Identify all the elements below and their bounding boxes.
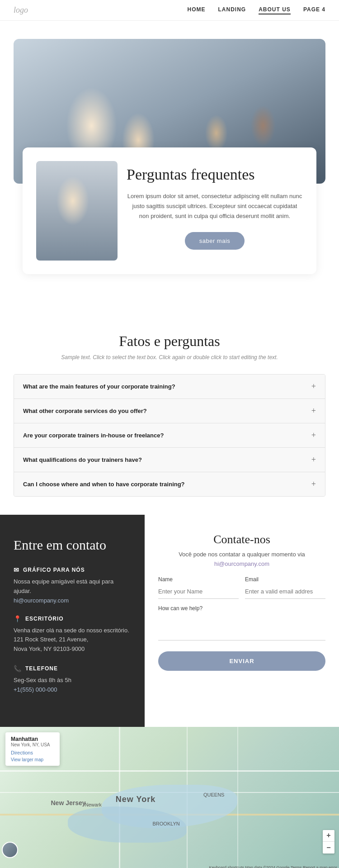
map-infobox-subtitle: New York, NY, USA	[11, 742, 54, 747]
contact-graphic-email[interactable]: hi@ourcompany.com	[14, 597, 69, 604]
contact-section: Entre em contato ✉ GRÁFICO PARA NÓS Noss…	[0, 515, 339, 727]
contact-phone-hours: Seg-Sex das 8h às 5h	[14, 676, 131, 685]
map-road	[237, 727, 238, 868]
location-icon: 📍	[14, 615, 22, 622]
faq-question-2: What other corporate services do you off…	[23, 408, 147, 414]
contact-name-email-row: Name Email	[158, 576, 325, 599]
contact-office-text: Venha dizer olá na sede do nosso escritó…	[14, 626, 131, 654]
logo[interactable]: logo	[14, 5, 28, 15]
map-directions-button[interactable]: Directions	[11, 750, 54, 755]
contact-email-group: Email	[245, 576, 325, 599]
map-label-newark: Newark	[85, 802, 102, 807]
faq-question-1: What are the main features of your corpo…	[23, 383, 175, 390]
contact-help-input[interactable]	[158, 613, 325, 640]
map-label-queens: QUEENS	[203, 792, 224, 797]
contact-graphic-label: ✉ GRÁFICO PARA NÓS	[14, 566, 131, 574]
map-zoom-in-button[interactable]: +	[323, 830, 334, 842]
contact-help-label: How can we help?	[158, 605, 325, 612]
faq-item-4[interactable]: What qualifications do your trainers hav…	[14, 448, 325, 472]
contact-right-subtitle: Você pode nos contatar a qualquer moment…	[158, 551, 325, 558]
phone-icon: 📞	[14, 665, 22, 672]
map-zoom-out-button[interactable]: −	[323, 842, 334, 854]
nav-landing[interactable]: LANDING	[218, 6, 246, 14]
hero-small-photo	[36, 161, 118, 261]
faq-expand-icon-2: +	[311, 406, 316, 416]
faq-item-5[interactable]: Can I choose where and when to have corp…	[14, 472, 325, 496]
contact-left-title: Entre em contato	[14, 537, 131, 553]
faq-question-3: Are your corporate trainers in-house or …	[23, 432, 164, 439]
contact-help-group: How can we help?	[158, 605, 325, 642]
contact-phone-number[interactable]: +1(555) 000-000	[14, 686, 57, 693]
envelope-icon: ✉	[14, 566, 19, 574]
map-label-newyork: New York	[116, 794, 155, 804]
faq-title: Fatos e perguntas	[14, 333, 325, 350]
contact-right-email[interactable]: hi@ourcompany.com	[158, 560, 325, 567]
hero-description: Lorem ipsum dolor sit amet, consectetur …	[127, 191, 303, 221]
nav-page4[interactable]: PAGE 4	[303, 6, 325, 14]
contact-form-panel: Contate-nos Você pode nos contatar a qua…	[145, 515, 339, 727]
nav-links: HOME LANDING ABOUT US PAGE 4	[188, 6, 325, 14]
contact-name-group: Name	[158, 576, 239, 599]
map-label-nj: New Jersey	[51, 799, 86, 806]
map-view-larger[interactable]: View larger map	[11, 757, 54, 762]
map-copyright: Keyboard shortcuts Map data ©2024 Google…	[209, 865, 337, 868]
faq-subtitle: Sample text. Click to select the text bo…	[14, 354, 325, 360]
faq-question-4: What qualifications do your trainers hav…	[23, 456, 142, 463]
hero-section: Perguntas frequentes Lorem ipsum dolor s…	[0, 21, 339, 301]
map-label-brooklyn: BROOKLYN	[153, 821, 180, 826]
contact-graphic-text: Nossa equipe amigável está aqui para aju…	[14, 577, 131, 596]
hero-content-box: Perguntas frequentes Lorem ipsum dolor s…	[23, 147, 316, 274]
faq-section: Fatos e perguntas Sample text. Click to …	[0, 301, 339, 515]
faq-item-2[interactable]: What other corporate services do you off…	[14, 399, 325, 423]
contact-graphic-item: ✉ GRÁFICO PARA NÓS Nossa equipe amigável…	[14, 566, 131, 604]
hero-title: Perguntas frequentes	[127, 166, 303, 184]
faq-item-1[interactable]: What are the main features of your corpo…	[14, 375, 325, 399]
faq-list: What are the main features of your corpo…	[14, 374, 325, 497]
contact-phone-item: 📞 TELEFONE Seg-Sex das 8h às 5h +1(555) …	[14, 665, 131, 693]
faq-expand-icon-3: +	[311, 431, 316, 440]
contact-office-label: 📍 ESCRITÓRIO	[14, 615, 131, 622]
map-zoom-controls: + −	[323, 830, 334, 854]
contact-name-label: Name	[158, 576, 239, 583]
hero-text: Perguntas frequentes Lorem ipsum dolor s…	[127, 161, 303, 250]
map-street-view-thumbnail[interactable]	[2, 842, 18, 858]
faq-question-5: Can I choose where and when to have corp…	[23, 481, 185, 488]
contact-name-input[interactable]	[158, 584, 239, 599]
faq-expand-icon-4: +	[311, 455, 316, 465]
contact-office-item: 📍 ESCRITÓRIO Venha dizer olá na sede do …	[14, 615, 131, 654]
contact-email-input[interactable]	[245, 584, 325, 599]
map-section: New York New Jersey BROOKLYN QUEENS Newa…	[0, 727, 339, 868]
map-infobox-title: Manhattan	[11, 736, 54, 742]
nav-home[interactable]: HOME	[188, 6, 206, 14]
contact-right-title: Contate-nos	[158, 533, 325, 546]
faq-expand-icon-1: +	[311, 382, 316, 391]
map-infobox: Manhattan New York, NY, USA Directions V…	[5, 732, 60, 766]
contact-left: Entre em contato ✉ GRÁFICO PARA NÓS Noss…	[0, 515, 145, 727]
hero-cta-button[interactable]: saber mais	[185, 232, 245, 250]
contact-email-label: Email	[245, 576, 325, 583]
contact-submit-button[interactable]: ENVIAR	[158, 651, 325, 671]
faq-item-3[interactable]: Are your corporate trainers in-house or …	[14, 423, 325, 448]
contact-phone-label: 📞 TELEFONE	[14, 665, 131, 672]
map-road	[0, 770, 339, 772]
navigation: logo HOME LANDING ABOUT US PAGE 4	[0, 0, 339, 21]
faq-expand-icon-5: +	[311, 479, 316, 489]
nav-about[interactable]: ABOUT US	[259, 6, 291, 14]
